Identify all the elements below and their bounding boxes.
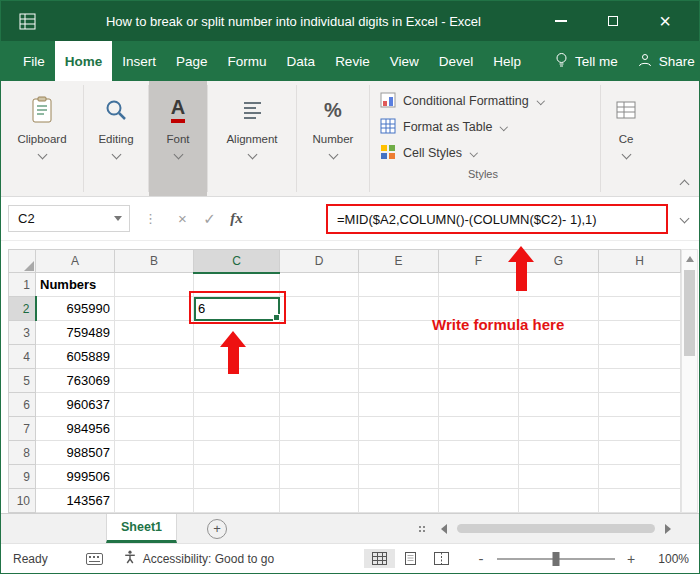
cell-G4[interactable] bbox=[519, 345, 599, 369]
row-header-9[interactable]: 9 bbox=[9, 465, 36, 489]
cell-E5[interactable] bbox=[359, 369, 439, 393]
cell-E3[interactable] bbox=[359, 321, 439, 345]
cell-E2[interactable] bbox=[359, 297, 439, 321]
cell-C7[interactable] bbox=[194, 417, 280, 441]
ribbon-group-clipboard[interactable]: Clipboard bbox=[1, 81, 83, 196]
cell-B4[interactable] bbox=[115, 345, 194, 369]
cell-H1[interactable] bbox=[599, 273, 681, 297]
cell-A10[interactable]: 143567 bbox=[36, 489, 115, 513]
name-box[interactable]: C2 bbox=[8, 205, 130, 232]
cell-F7[interactable] bbox=[439, 417, 519, 441]
tab-help[interactable]: Help bbox=[483, 41, 531, 81]
cell-A1[interactable]: Numbers bbox=[36, 273, 115, 297]
cell-B10[interactable] bbox=[115, 489, 194, 513]
row-header-4[interactable]: 4 bbox=[9, 345, 36, 369]
cell-H2[interactable] bbox=[599, 297, 681, 321]
splitter-dots-icon[interactable] bbox=[419, 525, 427, 533]
cell-A6[interactable]: 960637 bbox=[36, 393, 115, 417]
cell-B6[interactable] bbox=[115, 393, 194, 417]
tab-view[interactable]: View bbox=[380, 41, 429, 81]
cell-H9[interactable] bbox=[599, 465, 681, 489]
tab-developer[interactable]: Devel bbox=[429, 41, 484, 81]
cell-C8[interactable] bbox=[194, 441, 280, 465]
tab-formulas[interactable]: Formu bbox=[218, 41, 277, 81]
tab-file[interactable]: File bbox=[13, 41, 55, 81]
close-button[interactable]: × bbox=[657, 13, 673, 29]
expand-formula-bar-icon[interactable] bbox=[680, 214, 690, 224]
cell-H4[interactable] bbox=[599, 345, 681, 369]
select-all-corner[interactable] bbox=[9, 250, 36, 273]
cell-D4[interactable] bbox=[280, 345, 359, 369]
sheet-tab-sheet1[interactable]: Sheet1 bbox=[106, 514, 177, 543]
maximize-button[interactable] bbox=[605, 13, 621, 29]
cell-D2[interactable] bbox=[280, 297, 359, 321]
tab-review[interactable]: Revie bbox=[325, 41, 380, 81]
horizontal-scrollbar[interactable] bbox=[457, 524, 655, 533]
cell-F6[interactable] bbox=[439, 393, 519, 417]
cell-E9[interactable] bbox=[359, 465, 439, 489]
cell-E4[interactable] bbox=[359, 345, 439, 369]
cell-D1[interactable] bbox=[280, 273, 359, 297]
cell-D10[interactable] bbox=[280, 489, 359, 513]
cell-C9[interactable] bbox=[194, 465, 280, 489]
cell-F8[interactable] bbox=[439, 441, 519, 465]
row-header-6[interactable]: 6 bbox=[9, 393, 36, 417]
cell-A5[interactable]: 763069 bbox=[36, 369, 115, 393]
cell-G6[interactable] bbox=[519, 393, 599, 417]
tell-me-box[interactable]: Tell me bbox=[545, 41, 628, 81]
cell-A7[interactable]: 984956 bbox=[36, 417, 115, 441]
row-header-2[interactable]: 2 bbox=[9, 297, 36, 321]
tab-home[interactable]: Home bbox=[55, 41, 113, 81]
cell-H6[interactable] bbox=[599, 393, 681, 417]
cell-E10[interactable] bbox=[359, 489, 439, 513]
cell-B8[interactable] bbox=[115, 441, 194, 465]
zoom-in-button[interactable]: + bbox=[623, 551, 639, 567]
page-break-view-button[interactable] bbox=[426, 549, 457, 568]
cell-F5[interactable] bbox=[439, 369, 519, 393]
formula-input[interactable]: =MID($A2,COLUMN()-(COLUMN($C2)- 1),1) bbox=[250, 197, 677, 240]
cancel-icon[interactable]: × bbox=[169, 210, 196, 227]
scroll-left-icon[interactable] bbox=[441, 524, 447, 534]
minimize-button[interactable] bbox=[553, 13, 569, 29]
ribbon-group-number[interactable]: % Number bbox=[297, 81, 369, 196]
cell-A4[interactable]: 605889 bbox=[36, 345, 115, 369]
cell-A9[interactable]: 999506 bbox=[36, 465, 115, 489]
scroll-up-icon[interactable] bbox=[686, 256, 694, 262]
ribbon-group-cells[interactable]: Ce bbox=[601, 81, 651, 196]
accessibility-status[interactable]: Accessibility: Good to go bbox=[123, 550, 274, 567]
conditional-formatting-button[interactable]: Conditional Formatting bbox=[380, 88, 600, 114]
row-header-8[interactable]: 8 bbox=[9, 441, 36, 465]
cell-H5[interactable] bbox=[599, 369, 681, 393]
zoom-slider[interactable] bbox=[497, 558, 615, 560]
cell-B9[interactable] bbox=[115, 465, 194, 489]
column-header-C[interactable]: C bbox=[194, 250, 280, 273]
tab-insert[interactable]: Insert bbox=[112, 41, 166, 81]
cell-H7[interactable] bbox=[599, 417, 681, 441]
cell-G7[interactable] bbox=[519, 417, 599, 441]
normal-view-button[interactable] bbox=[364, 549, 395, 568]
tab-page-layout[interactable]: Page bbox=[166, 41, 218, 81]
cell-E8[interactable] bbox=[359, 441, 439, 465]
insert-function-icon[interactable]: fx bbox=[223, 210, 250, 227]
collapse-ribbon-icon[interactable] bbox=[680, 180, 690, 190]
ribbon-group-font[interactable]: A Font bbox=[149, 81, 207, 196]
ribbon-group-editing[interactable]: Editing bbox=[84, 81, 148, 196]
row-header-3[interactable]: 3 bbox=[9, 321, 36, 345]
column-header-D[interactable]: D bbox=[280, 250, 359, 273]
formula-bar-handle[interactable]: ⋮ bbox=[144, 211, 157, 226]
cell-B5[interactable] bbox=[115, 369, 194, 393]
vertical-scrollbar[interactable] bbox=[681, 249, 698, 513]
cell-E6[interactable] bbox=[359, 393, 439, 417]
ribbon-group-alignment[interactable]: Alignment bbox=[208, 81, 296, 196]
cell-H3[interactable] bbox=[599, 321, 681, 345]
zoom-slider-thumb[interactable] bbox=[553, 552, 560, 566]
cell-C10[interactable] bbox=[194, 489, 280, 513]
share-button[interactable]: Share bbox=[628, 41, 700, 81]
row-header-1[interactable]: 1 bbox=[9, 273, 36, 297]
cell-E7[interactable] bbox=[359, 417, 439, 441]
vertical-scrollbar-thumb[interactable] bbox=[684, 270, 695, 356]
cell-D7[interactable] bbox=[280, 417, 359, 441]
cell-D3[interactable] bbox=[280, 321, 359, 345]
cell-G8[interactable] bbox=[519, 441, 599, 465]
cell-B3[interactable] bbox=[115, 321, 194, 345]
